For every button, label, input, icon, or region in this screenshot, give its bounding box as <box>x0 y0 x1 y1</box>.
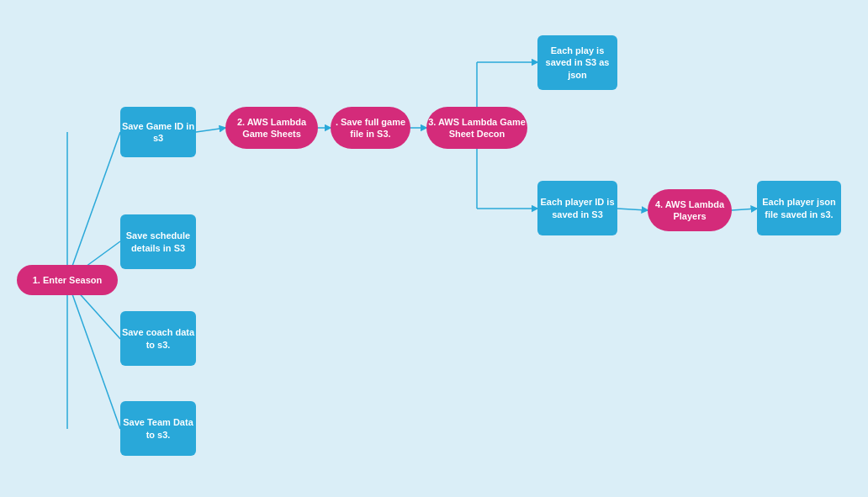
save-full-game-node: . Save full game file in S3. <box>331 107 410 149</box>
save-coach-node: Save coach data to s3. <box>120 311 196 366</box>
svg-line-0 <box>67 132 120 280</box>
save-schedule-node: Save schedule details in S3 <box>120 214 196 269</box>
aws-lambda-players-node: 4. AWS Lambda Players <box>648 189 732 231</box>
aws-lambda-game-sheets-node: 2. AWS Lambda Game Sheets <box>225 107 318 149</box>
svg-line-3 <box>67 280 120 429</box>
svg-line-5 <box>196 128 225 132</box>
enter-season-node: 1. Enter Season <box>17 265 118 295</box>
diagram-container: 1. Enter Season Save Game ID in s3 2. AW… <box>0 0 868 497</box>
save-team-node: Save Team Data to s3. <box>120 401 196 456</box>
aws-lambda-game-sheet-decon-node: 3. AWS Lambda Game Sheet Decon <box>426 107 527 149</box>
svg-line-12 <box>617 209 648 210</box>
each-player-json-node: Each player json file saved in s3. <box>757 181 841 235</box>
each-player-id-node: Each player ID is saved in S3 <box>537 181 617 235</box>
each-play-saved-node: Each play is saved in S3 as json <box>537 35 617 90</box>
save-game-id-node: Save Game ID in s3 <box>120 107 196 157</box>
svg-line-13 <box>732 209 757 210</box>
